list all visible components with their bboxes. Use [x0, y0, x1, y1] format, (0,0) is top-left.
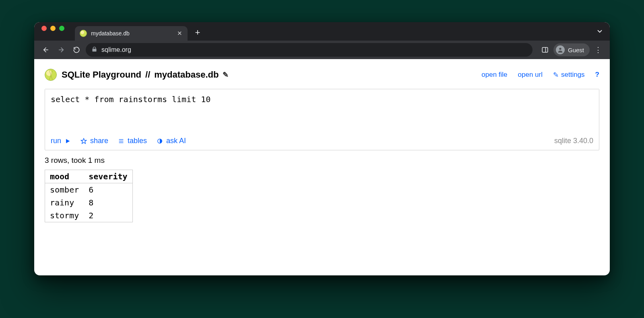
tables-label: tables	[128, 137, 147, 145]
title-separator: //	[145, 70, 150, 80]
link-icon: ✎	[553, 71, 559, 79]
list-icon	[118, 138, 124, 144]
sql-input[interactable]	[45, 89, 599, 133]
nav-forward-button[interactable]	[55, 44, 67, 56]
window-controls	[41, 22, 64, 41]
kebab-icon: ⋮	[594, 45, 602, 54]
table-cell: 8	[84, 196, 132, 209]
toolbar-right-cluster: Guest ⋮	[539, 43, 604, 56]
table-header-row: mood severity	[45, 170, 133, 183]
share-label: share	[90, 137, 108, 145]
window-close-button[interactable]	[41, 26, 47, 31]
svg-marker-5	[66, 139, 70, 143]
sql-editor: run share tables ask AI s	[45, 89, 599, 150]
run-label: run	[51, 137, 61, 145]
page-content: SQLite Playground // mydatabase.db ✎ ope…	[34, 59, 610, 234]
svg-marker-6	[81, 138, 86, 144]
chevron-down-icon	[596, 28, 603, 35]
browser-tab[interactable]: mydatabase.db ✕	[75, 26, 188, 41]
ask-ai-button[interactable]: ask AI	[157, 137, 186, 145]
tab-close-button[interactable]: ✕	[176, 30, 183, 37]
tab-favicon-icon	[80, 30, 87, 37]
nav-back-button[interactable]	[40, 44, 52, 56]
window-minimize-button[interactable]	[50, 26, 56, 31]
table-row: somber 6	[45, 183, 133, 197]
table-cell: 2	[84, 209, 132, 222]
address-bar[interactable]: sqlime.org	[86, 43, 533, 57]
star-icon	[80, 138, 87, 144]
column-header: severity	[84, 170, 132, 183]
avatar-icon	[556, 45, 565, 54]
table-row: rainy 8	[45, 196, 133, 209]
url-text: sqlime.org	[101, 46, 131, 53]
tabs-dropdown-button[interactable]	[596, 22, 603, 41]
run-button[interactable]: run	[51, 137, 71, 145]
open-file-link[interactable]: open file	[481, 71, 507, 79]
nav-reload-button[interactable]	[70, 44, 83, 56]
pencil-icon: ✎	[223, 71, 229, 79]
open-url-link[interactable]: open url	[518, 71, 543, 79]
browser-menu-button[interactable]: ⋮	[592, 44, 604, 56]
result-status: 3 rows, took 1 ms	[45, 156, 599, 165]
lock-icon	[91, 46, 97, 54]
page-title: SQLite Playground // mydatabase.db ✎	[62, 70, 229, 80]
ask-ai-label: ask AI	[166, 137, 186, 145]
arrow-left-icon	[42, 46, 50, 53]
profile-label: Guest	[568, 47, 584, 53]
column-header: mood	[45, 170, 84, 183]
table-cell: somber	[45, 183, 84, 197]
table-cell: rainy	[45, 196, 84, 209]
svg-point-4	[559, 48, 561, 50]
side-panel-icon	[541, 46, 549, 53]
play-icon	[64, 138, 71, 144]
profile-guest-button[interactable]: Guest	[553, 43, 590, 56]
svg-rect-2	[542, 47, 548, 52]
tables-button[interactable]: tables	[118, 137, 147, 145]
settings-link[interactable]: ✎ settings	[553, 71, 585, 79]
arrow-right-icon	[58, 46, 65, 53]
result-table: mood severity somber 6 rainy 8 stormy	[45, 170, 133, 222]
window-zoom-button[interactable]	[59, 26, 64, 31]
table-cell: stormy	[45, 209, 84, 222]
editor-actions: run share tables ask AI s	[45, 135, 599, 150]
db-name: mydatabase.db	[154, 70, 219, 80]
reload-icon	[73, 46, 80, 53]
tab-title: mydatabase.db	[91, 30, 172, 37]
side-panel-button[interactable]	[539, 44, 551, 56]
table-row: stormy 2	[45, 209, 133, 222]
browser-toolbar: sqlime.org Guest ⋮	[34, 41, 610, 59]
page-actions: open file open url ✎ settings ?	[481, 71, 599, 79]
sqlite-version: sqlite 3.40.0	[554, 137, 593, 145]
browser-window: mydatabase.db ✕ + sqlime.or	[34, 22, 610, 275]
new-tab-button[interactable]: +	[192, 27, 204, 39]
app-logo-icon	[45, 69, 57, 81]
settings-label: settings	[561, 71, 585, 79]
help-link[interactable]: ?	[595, 71, 599, 79]
page-header: SQLite Playground // mydatabase.db ✎ ope…	[45, 69, 599, 81]
share-button[interactable]: share	[80, 137, 108, 145]
rename-db-button[interactable]: ✎	[223, 70, 229, 79]
circle-half-icon	[157, 138, 163, 144]
table-cell: 6	[84, 183, 132, 197]
tab-strip: mydatabase.db ✕ +	[34, 22, 610, 41]
app-title: SQLite Playground	[62, 70, 141, 80]
